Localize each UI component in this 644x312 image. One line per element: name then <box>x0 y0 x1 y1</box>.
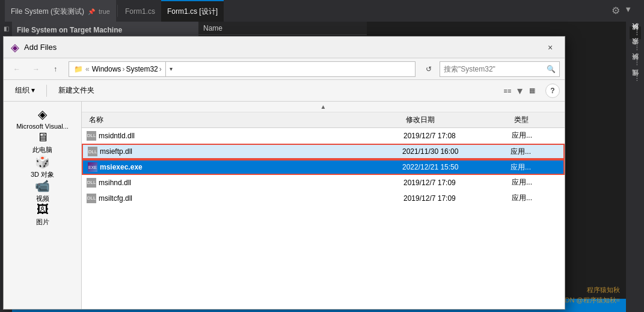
msidntld-name-cell: DLL msidntld.dll <box>87 131 403 141</box>
tab-separator-1 <box>117 5 118 17</box>
vs-search[interactable]: 搜索... <box>630 41 641 54</box>
organize-label: 组织 ▾ <box>15 85 35 96</box>
vs-sidebar-label: Microsoft Visual... <box>16 123 69 130</box>
tab-filesystem[interactable]: File System (安装测试) 📌 true <box>5 0 116 22</box>
sidebar-item-3d[interactable]: 🎲 3D 对象 <box>4 154 81 179</box>
help-icon: ? <box>550 87 554 95</box>
col-modified-header[interactable]: 修改日期 <box>403 115 512 125</box>
msieftp-modified: 2021/11/30 16:00 <box>402 147 458 156</box>
msieftp-name: msieftp.dll <box>100 147 132 156</box>
dialog-navbar: ← → ↑ 📁 « Windows › System32 › ▾ ↺ 🔍 <box>4 58 565 80</box>
sidebar-item-photos[interactable]: 🖼 图片 <box>4 203 81 227</box>
msidntld-name: msidntld.dll <box>99 132 135 140</box>
sidebar-item-visual-studio[interactable]: ◈ Microsoft Visual... <box>4 106 81 130</box>
msiltcfg-name-cell: DLL msiltcfg.dll <box>87 194 403 203</box>
msidntld-modified: 2019/12/7 17:08 <box>403 132 456 140</box>
msiexec-modified-cell: 2022/12/21 15:50 <box>402 163 511 171</box>
view-tiles-icon: ▦ <box>529 87 535 94</box>
msihnd-dll-icon: DLL <box>87 178 96 188</box>
help-button[interactable]: ? <box>545 84 560 98</box>
msieftp-icon: DLL <box>88 147 97 156</box>
3d-label: 3D 对象 <box>31 170 54 179</box>
msidntld-dll-icon: DLL <box>87 131 96 141</box>
msiltcfg-name: msiltcfg.dll <box>99 194 132 203</box>
msiexec-type: 应用... <box>511 162 531 173</box>
view-tiles-button[interactable]: ▦ <box>524 84 541 98</box>
vs-solution-explorer[interactable]: 解决... <box>630 26 641 39</box>
msiexec-exe-icon: EXE <box>88 162 97 172</box>
path-child: System32 <box>126 65 158 73</box>
nav-back-button[interactable]: ← <box>8 62 25 76</box>
path-sep-1: › <box>122 65 124 73</box>
vs-solution-2[interactable]: 解决... <box>630 57 641 69</box>
name-panel-header: Name <box>198 22 367 35</box>
path-sep-2: › <box>159 65 162 73</box>
photos-label: 图片 <box>36 218 49 227</box>
refresh-button[interactable]: ↺ <box>420 62 437 76</box>
dialog-title-icon: ◈ <box>11 41 19 54</box>
msiltcfg-modified-cell: 2019/12/7 17:09 <box>403 194 512 203</box>
msieftp-modified-cell: 2021/11/30 16:00 <box>402 147 511 156</box>
organize-button[interactable]: 组织 ▾ <box>8 83 41 99</box>
file-list-area: ▲ 名称 修改日期 类型 DLL ms <box>82 102 565 309</box>
search-input[interactable] <box>444 65 547 73</box>
gear-icon[interactable]: ⚙ <box>612 5 620 16</box>
dialog-title-text: Add Files <box>24 43 543 52</box>
msiltcfg-icon: DLL <box>87 194 96 203</box>
msidntld-modified-cell: 2019/12/7 17:08 <box>403 132 512 140</box>
col-type-header[interactable]: 类型 <box>512 115 560 125</box>
nav-up-button[interactable]: ↑ <box>47 62 64 76</box>
left-panel-icon-1[interactable]: ◧ <box>1 25 11 36</box>
msieftp-type: 应用... <box>511 147 531 157</box>
search-bar[interactable]: 🔍 <box>440 61 560 77</box>
file-row-msihnd[interactable]: DLL msihnd.dll 2019/12/7 17:09 应用... <box>82 175 565 191</box>
path-root: Windows <box>92 65 121 73</box>
sidebar-item-video[interactable]: 📹 视频 <box>4 179 81 203</box>
nav-forward-button[interactable]: → <box>28 62 44 76</box>
tab-form1-label: Form1.cs <box>125 7 155 16</box>
msieftp-dll-icon: DLL <box>88 147 97 156</box>
msiltcfg-type-cell: 应用... <box>512 193 560 203</box>
video-icon: 📹 <box>35 179 50 193</box>
overflow-arrow-icon[interactable]: ▼ <box>624 5 632 14</box>
vs-properties[interactable]: 属性... <box>630 72 641 85</box>
view-details-button[interactable]: ≡≡ <box>499 84 516 98</box>
file-row-msiltcfg[interactable]: DLL msiltcfg.dll 2019/12/7 17:09 应用... <box>82 191 565 206</box>
tab-filesystem-close[interactable]: true <box>99 8 110 15</box>
computer-label: 此电脑 <box>32 145 52 154</box>
tab-form1-designer-label: Form1.cs [设计] <box>167 7 218 17</box>
view-details-icon: ≡≡ <box>504 87 512 94</box>
file-row-msieftp[interactable]: DLL msieftp.dll 2021/11/30 16:00 应用... <box>82 144 565 159</box>
msiexec-name: msiexec.exe <box>100 163 143 171</box>
3d-icon: 🎲 <box>35 154 50 169</box>
sidebar-item-computer[interactable]: 🖥 此电脑 <box>4 130 81 154</box>
search-icon: 🔍 <box>547 65 556 73</box>
new-folder-button[interactable]: 新建文件夹 <box>52 83 101 99</box>
file-row-msidntld[interactable]: DLL msidntld.dll 2019/12/7 17:08 应用... <box>82 128 565 144</box>
msiltcfg-modified: 2019/12/7 17:09 <box>403 194 456 203</box>
tab-form1[interactable]: Form1.cs <box>119 0 161 22</box>
msiexec-name-cell: EXE msiexec.exe <box>88 162 402 172</box>
dialog-sidebar: ◈ Microsoft Visual... 🖥 此电脑 🎲 3D 对象 📹 视频… <box>4 102 82 309</box>
col-type-label: 类型 <box>514 115 529 124</box>
toolbar-separator <box>46 85 47 97</box>
dialog-toolbar: 组织 ▾ 新建文件夹 ≡≡ ▾ ▦ ? <box>4 80 565 102</box>
msihnd-name: msihnd.dll <box>99 179 131 187</box>
msihnd-modified: 2019/12/7 17:09 <box>403 179 456 187</box>
dialog-close-button[interactable]: × <box>543 40 557 55</box>
vs-sidebar-icon: ◈ <box>38 107 47 121</box>
scroll-up-indicator[interactable]: ▲ <box>82 102 565 112</box>
path-folder-icon: 📁 <box>74 65 83 73</box>
msiltcfg-type: 应用... <box>512 193 532 203</box>
msihnd-icon: DLL <box>87 178 96 188</box>
path-dropdown-button[interactable]: ▾ <box>165 62 176 76</box>
msihnd-modified-cell: 2019/12/7 17:09 <box>403 179 512 187</box>
name-col-label: Name <box>203 24 222 32</box>
tab-form1-designer[interactable]: Form1.cs [设计] <box>161 0 224 22</box>
view-buttons: ≡≡ ▾ ▦ <box>499 84 541 98</box>
msidntld-type-cell: 应用... <box>512 130 560 141</box>
col-name-header[interactable]: 名称 <box>87 115 403 125</box>
file-row-msiexec[interactable]: EXE msiexec.exe 2022/12/21 15:50 应用... <box>82 159 565 175</box>
path-bar[interactable]: 📁 « Windows › System32 › ▾ <box>69 61 416 77</box>
photos-icon: 🖼 <box>37 203 49 216</box>
